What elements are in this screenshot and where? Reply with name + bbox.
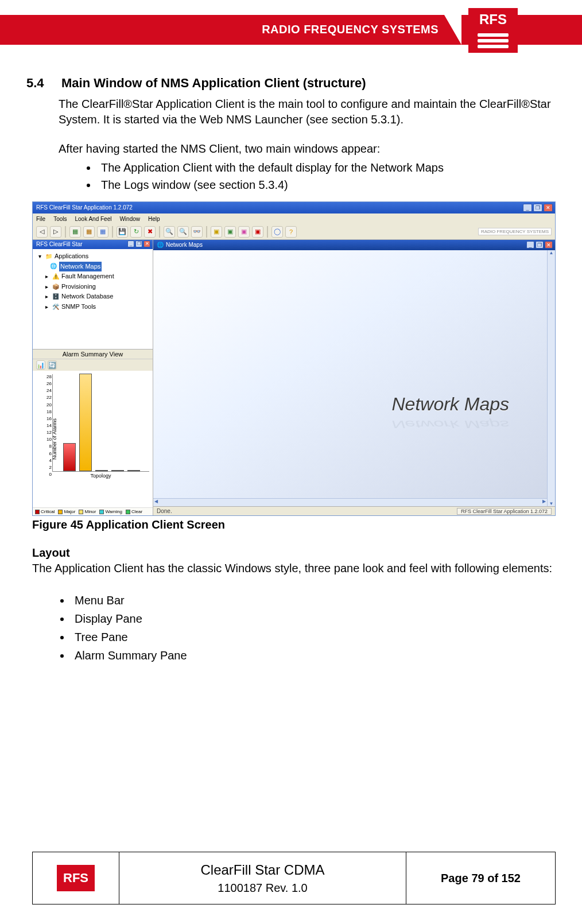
- alarm-chart-icon[interactable]: 📊: [36, 360, 45, 370]
- alarm-refresh-icon[interactable]: 🔄: [48, 360, 57, 370]
- inner-window-titlebar[interactable]: 🌐 Network Maps _ ❐ ✕: [153, 240, 555, 250]
- list-item: Display Pane: [71, 609, 582, 628]
- footer-subtitle: 1100187 Rev. 1.0: [218, 880, 307, 896]
- tree-root-label: Applications: [55, 251, 88, 262]
- tree-item-network-maps[interactable]: 🌐 Network Maps: [36, 262, 149, 272]
- settings-icon[interactable]: ◯: [271, 226, 283, 238]
- canvas-watermark-text: Network Maps: [392, 394, 510, 415]
- page-content: 5.4 Main Window of NMS Application Clien…: [0, 53, 582, 193]
- layout-bullets: Menu Bar Display Pane Tree Pane Alarm Su…: [63, 591, 582, 665]
- tree-root[interactable]: ▾ 📁 Applications: [36, 251, 149, 262]
- expand-plus-icon[interactable]: ▸: [43, 304, 50, 310]
- tree-item-label: Provisioning: [61, 282, 96, 292]
- tree-item-label: SNMP Tools: [61, 302, 96, 312]
- horizontal-scrollbar[interactable]: [153, 498, 547, 506]
- menu-file[interactable]: File: [36, 216, 45, 222]
- toolbar: ◁ ▷ ▦ ▦ ▦ 💾 ↻ ✖ 🔍 🔍 👓 ▣ ▣ ▣ ▣ ◯ ? RADIO …: [33, 224, 555, 240]
- menu-help[interactable]: Help: [148, 216, 160, 222]
- tool-icon: 🛠️: [52, 304, 59, 310]
- bar-warning[interactable]: [111, 470, 124, 471]
- maximize-button[interactable]: ❐: [533, 204, 542, 212]
- inner-maximize-button[interactable]: ❐: [536, 241, 544, 249]
- legend-warning: Warning: [99, 509, 122, 514]
- tool-icon[interactable]: ▣: [211, 226, 222, 238]
- legend-minor: Minor: [79, 509, 96, 514]
- tool-icon[interactable]: ▣: [224, 226, 236, 238]
- expand-plus-icon[interactable]: ▸: [43, 293, 50, 300]
- tree-title-text: RFS ClearFill Star: [36, 241, 83, 247]
- left-column: RFS ClearFill Star _ ❐ ✕ ▾ 📁 Application…: [33, 240, 153, 515]
- tree-item-provisioning[interactable]: ▸ 📦 Provisioning: [36, 282, 149, 292]
- expand-minus-icon[interactable]: ▾: [36, 253, 43, 260]
- forward-button[interactable]: ▷: [50, 226, 61, 238]
- window-controls: _ ❐ ✕: [523, 204, 553, 212]
- tree-pane: RFS ClearFill Star _ ❐ ✕ ▾ 📁 Application…: [33, 240, 153, 349]
- tree-titlebar[interactable]: RFS ClearFill Star _ ❐ ✕: [33, 240, 153, 249]
- list-item: Tree Pane: [71, 628, 582, 646]
- main-panes: RFS ClearFill Star _ ❐ ✕ ▾ 📁 Application…: [33, 240, 555, 515]
- footer-page-label: Page 79 of 152: [441, 872, 521, 884]
- network-maps-window: 🌐 Network Maps _ ❐ ✕ Network Maps Networ…: [153, 240, 555, 506]
- bar-clear[interactable]: [127, 470, 140, 471]
- help-icon[interactable]: ?: [285, 226, 297, 238]
- find-icon[interactable]: 👓: [191, 226, 203, 238]
- tree-item-fault-management[interactable]: ▸ ⚠️ Fault Management: [36, 271, 149, 282]
- minimize-button[interactable]: _: [523, 204, 532, 212]
- menu-window[interactable]: Window: [119, 216, 140, 222]
- zoom-in-icon[interactable]: 🔍: [164, 226, 175, 238]
- globe-icon: 🌐: [50, 263, 57, 270]
- window-title: RFS ClearFill Star Application 1.2.072: [36, 204, 133, 211]
- brand-logo: RFS: [468, 8, 518, 53]
- menu-bar: File Tools Look And Feel Window Help: [33, 213, 555, 224]
- tool-icon[interactable]: ▦: [97, 226, 108, 238]
- save-icon[interactable]: 💾: [117, 226, 128, 238]
- expand-plus-icon[interactable]: ▸: [43, 273, 50, 280]
- zoom-out-icon[interactable]: 🔍: [177, 226, 189, 238]
- footer-logo: RFS: [57, 865, 95, 891]
- tree-item-snmp-tools[interactable]: ▸ 🛠️ SNMP Tools: [36, 302, 149, 312]
- alarm-summary-pane: Alarm Summary View 📊 🔄 Number of Alarms …: [33, 349, 153, 515]
- bar-minor[interactable]: [95, 470, 108, 471]
- figure-caption: Figure 45 Application Client Screen: [32, 518, 556, 531]
- inner-close-button[interactable]: ✕: [545, 241, 553, 249]
- bar-major[interactable]: [79, 374, 92, 471]
- tree-item-label: Network Maps: [59, 262, 102, 272]
- inner-minimize-button[interactable]: _: [526, 241, 534, 249]
- brand-text: RADIO FREQUENCY SYSTEMS: [262, 23, 439, 36]
- close-button[interactable]: ✕: [544, 204, 553, 212]
- stop-icon[interactable]: ✖: [144, 226, 156, 238]
- alarm-toolbar: 📊 🔄: [33, 359, 153, 371]
- screenshot-figure: RFS ClearFill Star Application 1.2.072 _…: [32, 201, 556, 516]
- tree-minimize-button[interactable]: _: [127, 240, 134, 247]
- legend-clear: Clear: [126, 509, 142, 514]
- tool-icon[interactable]: ▣: [238, 226, 250, 238]
- refresh-icon[interactable]: ↻: [130, 226, 142, 238]
- expand-plus-icon[interactable]: ▸: [43, 284, 50, 290]
- list-item: Menu Bar: [71, 591, 582, 609]
- vertical-scrollbar[interactable]: [547, 250, 555, 506]
- legend-critical: Critical: [35, 509, 55, 514]
- back-button[interactable]: ◁: [36, 226, 48, 238]
- status-text: Done.: [157, 508, 172, 514]
- chart-legend: Critical Major Minor Warning Clear: [33, 507, 153, 515]
- globe-icon: 🌐: [157, 240, 164, 250]
- tool-icon[interactable]: ▦: [69, 226, 81, 238]
- menu-look-and-feel[interactable]: Look And Feel: [75, 216, 111, 222]
- tool-icon[interactable]: ▦: [83, 226, 95, 238]
- tree-body: ▾ 📁 Applications 🌐 Network Maps ▸ ⚠️ Fau…: [33, 249, 153, 315]
- tree-item-label: Network Database: [61, 292, 114, 302]
- taskbar-item[interactable]: RFS ClearFill Star Application 1.2.072: [457, 508, 552, 515]
- window-titlebar[interactable]: RFS ClearFill Star Application 1.2.072 _…: [33, 202, 555, 213]
- tree-item-network-database[interactable]: ▸ 🗄️ Network Database: [36, 292, 149, 302]
- map-canvas[interactable]: Network Maps Network Maps: [153, 250, 555, 506]
- tree-close-button[interactable]: ✕: [143, 240, 150, 247]
- display-pane: 🌐 Network Maps _ ❐ ✕ Network Maps Networ…: [153, 240, 555, 515]
- tool-icon[interactable]: ▣: [252, 226, 263, 238]
- footer-logo-cell: RFS: [33, 852, 119, 904]
- bar-critical[interactable]: [63, 443, 76, 471]
- footer-page-cell: Page 79 of 152: [406, 852, 555, 904]
- legend-major: Major: [58, 509, 75, 514]
- menu-tools[interactable]: Tools: [53, 216, 67, 222]
- tree-maximize-button[interactable]: ❐: [135, 240, 142, 247]
- footer-title: ClearFill Star CDMA: [200, 860, 324, 880]
